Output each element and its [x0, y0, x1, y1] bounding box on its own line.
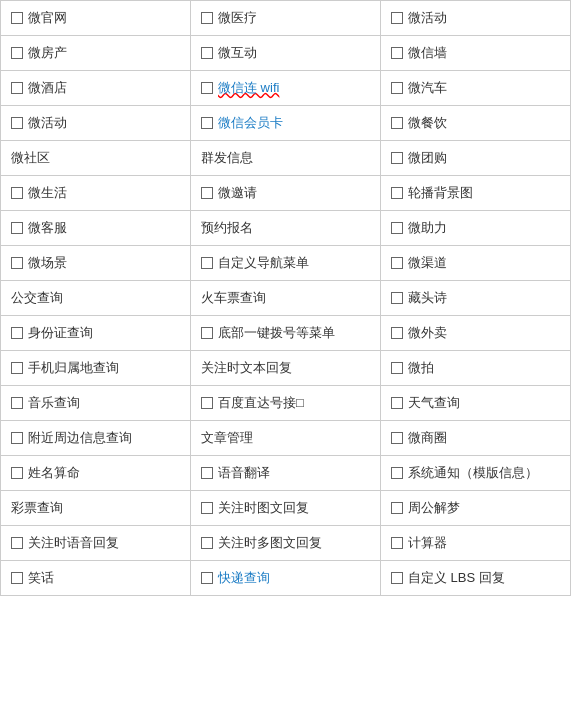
table-cell[interactable]: 百度直达号接□	[191, 386, 381, 421]
checkbox[interactable]	[391, 47, 403, 59]
checkbox[interactable]	[201, 257, 213, 269]
checkbox[interactable]	[391, 292, 403, 304]
checkbox[interactable]	[11, 572, 23, 584]
table-cell[interactable]: 微餐饮	[381, 106, 571, 141]
checkbox[interactable]	[391, 397, 403, 409]
checkbox[interactable]	[11, 117, 23, 129]
checkbox[interactable]	[201, 572, 213, 584]
table-cell[interactable]: 微团购	[381, 141, 571, 176]
table-cell[interactable]: 计算器	[381, 526, 571, 561]
table-row: 微社区群发信息微团购	[1, 141, 571, 176]
table-cell[interactable]: 轮播背景图	[381, 176, 571, 211]
table-row: 微官网微医疗微活动	[1, 1, 571, 36]
table-cell[interactable]: 微活动	[1, 106, 191, 141]
checkbox[interactable]	[391, 572, 403, 584]
table-cell[interactable]: 微商圈	[381, 421, 571, 456]
table-cell[interactable]: 微社区	[1, 141, 191, 176]
table-cell[interactable]: 微渠道	[381, 246, 571, 281]
checkbox[interactable]	[391, 327, 403, 339]
table-cell[interactable]: 快递查询	[191, 561, 381, 596]
table-cell[interactable]: 自定义 LBS 回复	[381, 561, 571, 596]
checkbox[interactable]	[201, 187, 213, 199]
checkbox[interactable]	[201, 327, 213, 339]
checkbox[interactable]	[391, 432, 403, 444]
checkbox[interactable]	[11, 257, 23, 269]
table-cell[interactable]: 底部一键拨号等菜单	[191, 316, 381, 351]
table-cell[interactable]: 微酒店	[1, 71, 191, 106]
checkbox[interactable]	[11, 432, 23, 444]
item-label: 手机归属地查询	[28, 359, 119, 377]
checkbox[interactable]	[201, 397, 213, 409]
checkbox[interactable]	[201, 82, 213, 94]
table-cell[interactable]: 微助力	[381, 211, 571, 246]
table-row: 微房产微互动微信墙	[1, 36, 571, 71]
table-cell[interactable]: 姓名算命	[1, 456, 191, 491]
checkbox[interactable]	[11, 362, 23, 374]
table-cell[interactable]: 微互动	[191, 36, 381, 71]
table-cell[interactable]: 群发信息	[191, 141, 381, 176]
checkbox[interactable]	[391, 502, 403, 514]
table-cell[interactable]: 关注时文本回复	[191, 351, 381, 386]
checkbox[interactable]	[391, 222, 403, 234]
checkbox[interactable]	[201, 467, 213, 479]
checkbox[interactable]	[11, 12, 23, 24]
checkbox[interactable]	[391, 362, 403, 374]
table-cell[interactable]: 语音翻译	[191, 456, 381, 491]
table-cell[interactable]: 微拍	[381, 351, 571, 386]
table-cell[interactable]: 音乐查询	[1, 386, 191, 421]
table-cell[interactable]: 微外卖	[381, 316, 571, 351]
table-cell[interactable]: 自定义导航菜单	[191, 246, 381, 281]
checkbox[interactable]	[391, 12, 403, 24]
table-cell[interactable]: 关注时多图文回复	[191, 526, 381, 561]
table-cell[interactable]: 微房产	[1, 36, 191, 71]
checkbox[interactable]	[391, 537, 403, 549]
checkbox[interactable]	[11, 397, 23, 409]
table-cell[interactable]: 微邀请	[191, 176, 381, 211]
item-label: 微信连 wifi	[218, 79, 279, 97]
checkbox[interactable]	[201, 117, 213, 129]
checkbox[interactable]	[391, 187, 403, 199]
checkbox[interactable]	[391, 82, 403, 94]
table-cell[interactable]: 笑话	[1, 561, 191, 596]
checkbox[interactable]	[11, 222, 23, 234]
table-cell[interactable]: 微汽车	[381, 71, 571, 106]
table-cell[interactable]: 微生活	[1, 176, 191, 211]
table-cell[interactable]: 预约报名	[191, 211, 381, 246]
table-cell[interactable]: 天气查询	[381, 386, 571, 421]
table-cell[interactable]: 微活动	[381, 1, 571, 36]
table-cell[interactable]: 微信会员卡	[191, 106, 381, 141]
checkbox[interactable]	[391, 257, 403, 269]
checkbox[interactable]	[391, 152, 403, 164]
checkbox[interactable]	[201, 502, 213, 514]
checkbox[interactable]	[391, 117, 403, 129]
checkbox[interactable]	[201, 537, 213, 549]
table-cell[interactable]: 彩票查询	[1, 491, 191, 526]
table-cell[interactable]: 微客服	[1, 211, 191, 246]
checkbox[interactable]	[11, 187, 23, 199]
table-cell[interactable]: 手机归属地查询	[1, 351, 191, 386]
table-cell[interactable]: 周公解梦	[381, 491, 571, 526]
checkbox[interactable]	[11, 537, 23, 549]
table-cell[interactable]: 附近周边信息查询	[1, 421, 191, 456]
table-cell[interactable]: 系统通知（模版信息）	[381, 456, 571, 491]
table-cell[interactable]: 微场景	[1, 246, 191, 281]
checkbox[interactable]	[11, 82, 23, 94]
checkbox[interactable]	[201, 47, 213, 59]
item-label: 藏头诗	[408, 289, 447, 307]
checkbox[interactable]	[11, 47, 23, 59]
table-cell[interactable]: 火车票查询	[191, 281, 381, 316]
table-cell[interactable]: 身份证查询	[1, 316, 191, 351]
checkbox[interactable]	[201, 12, 213, 24]
table-cell[interactable]: 文章管理	[191, 421, 381, 456]
checkbox[interactable]	[11, 327, 23, 339]
table-cell[interactable]: 关注时语音回复	[1, 526, 191, 561]
checkbox[interactable]	[11, 467, 23, 479]
table-cell[interactable]: 藏头诗	[381, 281, 571, 316]
table-cell[interactable]: 微信墙	[381, 36, 571, 71]
table-cell[interactable]: 关注时图文回复	[191, 491, 381, 526]
table-cell[interactable]: 公交查询	[1, 281, 191, 316]
table-cell[interactable]: 微信连 wifi	[191, 71, 381, 106]
checkbox[interactable]	[391, 467, 403, 479]
table-cell[interactable]: 微医疗	[191, 1, 381, 36]
table-cell[interactable]: 微官网	[1, 1, 191, 36]
